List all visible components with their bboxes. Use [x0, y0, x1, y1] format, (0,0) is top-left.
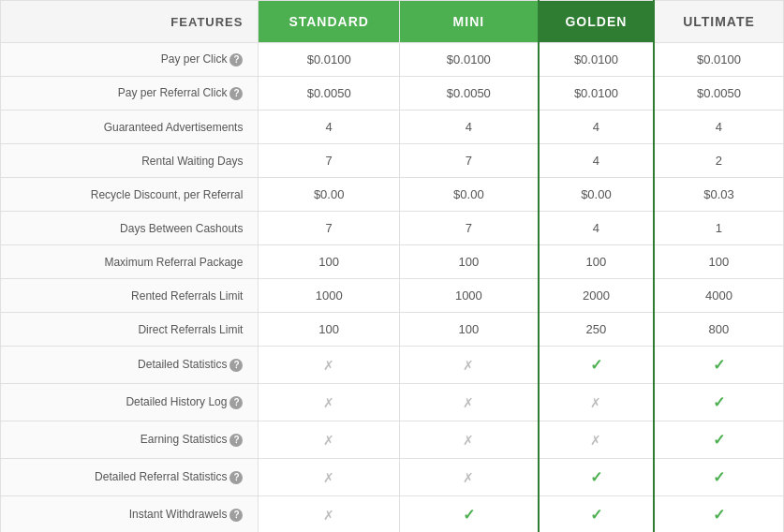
cell-value: $0.0100	[574, 86, 618, 100]
cell-value: 4	[593, 154, 599, 168]
cell-value: $0.0100	[574, 52, 618, 66]
standard-cell: ✗	[259, 496, 399, 533]
table-row: Recycle Discount, per Referral $0.00 $0.…	[1, 178, 784, 212]
golden-cell: 4	[539, 212, 654, 245]
standard-cell: 4	[259, 111, 399, 144]
feature-name: Direct Referrals Limit	[138, 323, 243, 336]
feature-label: Detailed Referral Statistics?	[1, 459, 259, 496]
feature-label: Recycle Discount, per Referral	[1, 178, 259, 212]
standard-cell: 7	[259, 212, 399, 245]
table-row: Days Between Cashouts 7 7 4 1	[1, 212, 784, 245]
golden-cell: 4	[539, 144, 654, 178]
check-icon: ✓	[713, 394, 725, 410]
check-icon: ✓	[590, 469, 602, 485]
table-row: Detailed Statistics? ✗ ✗ ✓ ✓	[1, 347, 784, 384]
feature-label: Earning Statistics?	[1, 421, 259, 459]
cell-value: 7	[466, 221, 472, 235]
cell-value: 1000	[316, 288, 343, 303]
check-icon: ✓	[713, 507, 725, 523]
cell-value: $0.00	[581, 187, 612, 201]
check-icon: ✓	[590, 357, 602, 373]
cross-icon: ✗	[463, 433, 474, 448]
standard-cell: 100	[259, 313, 399, 347]
cell-value: 100	[459, 255, 480, 269]
feature-name: Detailed Referral Statistics	[95, 470, 227, 483]
golden-cell: ✓	[539, 459, 654, 496]
feature-label: Rental Waiting Days	[1, 144, 259, 178]
info-icon[interactable]: ?	[229, 396, 243, 409]
cell-value: 7	[466, 154, 472, 168]
features-header: FEATURES	[1, 1, 259, 43]
standard-cell: ✗	[259, 384, 399, 421]
cross-icon: ✗	[323, 433, 334, 448]
standard-cell: 100	[259, 245, 399, 279]
mini-cell: ✗	[399, 347, 538, 384]
table-row: Pay per Referral Click? $0.0050 $0.0050 …	[1, 77, 784, 111]
table-row: Direct Referrals Limit 100 100 250 800	[1, 313, 784, 347]
cell-value: 2	[716, 154, 722, 168]
standard-cell: 7	[259, 144, 399, 178]
mini-cell: 4	[399, 111, 538, 144]
info-icon[interactable]: ?	[229, 359, 243, 372]
mini-cell: ✗	[399, 384, 538, 421]
feature-label: Days Between Cashouts	[1, 212, 259, 245]
feature-name: Pay per Referral Click	[118, 86, 228, 99]
cell-value: 7	[326, 221, 333, 235]
feature-label: Maximum Referral Package	[1, 245, 259, 279]
standard-cell: $0.0100	[259, 43, 399, 77]
cell-value: $0.0050	[307, 86, 351, 100]
mini-cell: ✓	[399, 496, 538, 533]
feature-name: Guaranteed Advertisements	[104, 121, 244, 134]
standard-cell: ✗	[259, 347, 399, 384]
check-icon: ✓	[590, 507, 602, 523]
cross-icon: ✗	[323, 358, 334, 373]
mini-cell: ✗	[399, 421, 538, 459]
standard-cell: ✗	[259, 459, 399, 496]
cross-icon: ✗	[323, 395, 334, 410]
cell-value: 7	[326, 154, 333, 168]
cell-value: $0.00	[453, 187, 484, 201]
golden-cell: 100	[539, 245, 654, 279]
cross-icon: ✗	[463, 395, 474, 410]
info-icon[interactable]: ?	[229, 471, 243, 484]
mini-cell: 7	[399, 144, 538, 178]
cross-icon: ✗	[590, 395, 601, 410]
ultimate-cell: 100	[654, 245, 784, 279]
ultimate-cell: ✓	[654, 384, 784, 421]
cross-icon: ✗	[323, 470, 334, 485]
cross-icon: ✗	[323, 508, 334, 523]
info-icon[interactable]: ?	[229, 53, 243, 66]
mini-cell: 100	[399, 313, 538, 347]
table-row: Maximum Referral Package 100 100 100 100	[1, 245, 784, 279]
cell-value: 100	[318, 255, 339, 269]
feature-label: Pay per Click?	[1, 43, 259, 77]
mini-cell: $0.0050	[399, 77, 538, 111]
table-row: Instant Withdrawels? ✗ ✓ ✓ ✓	[1, 496, 784, 533]
mini-cell: 7	[399, 212, 538, 245]
feature-name: Days Between Cashouts	[120, 222, 243, 235]
mini-cell: ✗	[399, 459, 538, 496]
cross-icon: ✗	[463, 470, 474, 485]
table-row: Earning Statistics? ✗ ✗ ✗ ✓	[1, 421, 784, 459]
feature-name: Detailed History Log	[126, 395, 227, 408]
feature-label: Pay per Referral Click?	[1, 77, 259, 111]
cross-icon: ✗	[590, 433, 601, 448]
info-icon[interactable]: ?	[229, 434, 243, 447]
cell-value: $0.00	[314, 187, 345, 201]
golden-cell: $0.00	[539, 178, 654, 212]
ultimate-cell: ✓	[654, 496, 784, 533]
cell-value: $0.0100	[447, 52, 491, 66]
info-icon[interactable]: ?	[229, 509, 243, 522]
feature-label: Detailed History Log?	[1, 384, 259, 421]
table-row: Rental Waiting Days 7 7 4 2	[1, 144, 784, 178]
standard-header: STANDARD	[259, 1, 399, 43]
mini-cell: $0.00	[399, 178, 538, 212]
feature-name: Maximum Referral Package	[104, 256, 243, 269]
mini-cell: 100	[399, 245, 538, 279]
info-icon[interactable]: ?	[229, 87, 243, 100]
cross-icon: ✗	[463, 358, 474, 373]
ultimate-cell: 4000	[654, 279, 784, 313]
check-icon: ✓	[463, 507, 475, 523]
comparison-table: FEATURES STANDARD MINI GOLDEN ULTIMATE P…	[0, 0, 784, 532]
feature-name: Pay per Click	[161, 52, 228, 66]
